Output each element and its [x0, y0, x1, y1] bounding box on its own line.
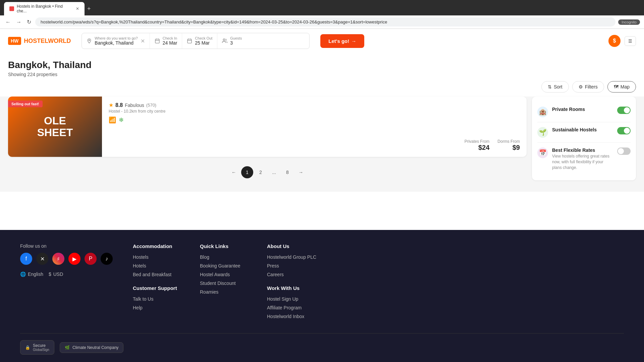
map-button[interactable]: 🗺 Map	[607, 81, 636, 93]
rating-label: Fabulous	[125, 103, 144, 108]
twitter-icon[interactable]: ✕	[36, 253, 48, 265]
browser-tabs: Hostels in Bangkok • Find che... ✕ +	[0, 0, 644, 15]
affiliate-program-link[interactable]: Affiliate Program	[267, 305, 316, 310]
footer-accommodation-col: Accommodation Hostels Hotels Bed and Bre…	[133, 243, 180, 322]
header-right: $ ☰	[608, 35, 636, 47]
dorms-label: Dorms From	[497, 139, 520, 144]
facebook-icon[interactable]: f	[20, 253, 32, 265]
secure-sub: GlobalSign	[33, 348, 49, 352]
instagram-icon[interactable]: ♯	[52, 253, 64, 265]
talk-to-us-link[interactable]: Talk to Us	[133, 296, 180, 302]
checkout-value: 25 Mar	[195, 40, 212, 46]
site-wrapper: HW HOSTELWORLD Where do you want to go? …	[0, 29, 644, 230]
social-icons: f ✕ ♯ ▶ P ♪	[20, 253, 113, 265]
work-with-us-title: Work With Us	[267, 285, 316, 291]
filter-panel: 🏨 Private Rooms 🌱 Sustainable Hostels 📅	[532, 97, 636, 180]
climate-label: Climate Neutral Company	[72, 345, 118, 350]
checkin-section[interactable]: Check In 24 Mar	[150, 33, 182, 49]
roamies-link[interactable]: Roamies	[200, 289, 247, 295]
sustainable-hostels-filter: 🌱 Sustainable Hostels	[537, 122, 631, 143]
menu-button[interactable]: ☰	[625, 36, 636, 46]
guests-value: 3	[230, 40, 242, 46]
prev-page-button[interactable]: ←	[228, 166, 240, 178]
guests-label: Guests	[230, 36, 242, 40]
active-tab[interactable]: Hostels in Bangkok • Find che... ✕	[4, 2, 85, 15]
bb-link[interactable]: Bed and Breakfast	[133, 272, 180, 277]
tiktok-icon[interactable]: ♪	[101, 253, 113, 265]
page-1-button[interactable]: 1	[241, 166, 253, 178]
forward-button[interactable]: →	[15, 18, 23, 26]
lang-currency: 🌐 English $ USD	[20, 272, 113, 277]
sort-button[interactable]: ⇅ Sort	[541, 81, 569, 93]
private-rooms-icon: 🏨	[537, 107, 548, 117]
rating-score: 8.8	[115, 102, 123, 108]
private-rooms-filter: 🏨 Private Rooms	[537, 102, 631, 122]
avatar-button[interactable]: $	[608, 35, 621, 47]
checkout-label: Check Out	[195, 36, 212, 40]
currency-icon: $	[49, 272, 51, 277]
careers-link[interactable]: Careers	[267, 272, 316, 277]
sustainable-title: Sustainable Hostels	[552, 127, 613, 132]
group-plc-link[interactable]: Hostelworld Group PLC	[267, 254, 316, 260]
about-us-title: About Us	[267, 243, 316, 249]
search-bar: Where do you want to go? Bangkok, Thaila…	[82, 33, 310, 49]
svg-point-8	[223, 39, 225, 41]
tab-title: Hostels in Bangkok • Find che...	[17, 4, 73, 13]
youtube-icon[interactable]: ▶	[68, 253, 80, 265]
sort-icon: ⇅	[548, 84, 552, 89]
logo[interactable]: HW HOSTELWORLD	[8, 37, 71, 45]
hostels-link[interactable]: Hostels	[133, 254, 180, 260]
sustainable-text: Sustainable Hostels	[552, 127, 613, 132]
currency-button[interactable]: $ USD	[49, 272, 63, 277]
checkin-calendar-icon	[155, 38, 160, 44]
tab-close-btn[interactable]: ✕	[76, 6, 79, 11]
secure-label: Secure	[33, 343, 49, 348]
new-tab-button[interactable]: +	[85, 4, 94, 14]
address-input[interactable]	[35, 17, 615, 26]
guests-icon	[222, 38, 227, 44]
blog-link[interactable]: Blog	[200, 254, 247, 260]
hostel-pricing: Privates From $24 Dorms From $9	[109, 139, 520, 152]
press-link[interactable]: Press	[267, 263, 316, 268]
map-icon: 🗺	[614, 84, 619, 89]
booking-guarantee-link[interactable]: Booking Guarantee	[200, 263, 247, 268]
next-page-button[interactable]: →	[295, 166, 307, 178]
private-rooms-title: Private Rooms	[552, 107, 613, 112]
currency-label: USD	[53, 272, 63, 277]
hostel-sign-up-link[interactable]: Hostel Sign Up	[267, 296, 316, 302]
pinterest-icon[interactable]: P	[85, 253, 97, 265]
flexible-rates-icon: 📅	[537, 147, 548, 158]
hostelworld-inbox-link[interactable]: Hostelworld Inbox	[267, 314, 316, 319]
sort-bar: ⇅ Sort ⚙ Filters 🗺 Map	[0, 77, 644, 97]
reload-button[interactable]: ↻	[25, 17, 33, 26]
hostel-card[interactable]: OLESHEET Selling out fast! ★ 8.8 Fabulou…	[8, 97, 527, 157]
svg-rect-4	[187, 39, 192, 43]
lets-go-label: Let's go!	[328, 38, 349, 44]
hotels-link[interactable]: Hotels	[133, 263, 180, 268]
hostel-left: ★ 8.8 Fabulous (570) Hostel - 10.2km fro…	[109, 102, 165, 124]
location-section[interactable]: Where do you want to go? Bangkok, Thaila…	[82, 33, 150, 49]
filters-button[interactable]: ⚙ Filters	[572, 81, 604, 93]
page-2-button[interactable]: 2	[255, 166, 267, 178]
language-button[interactable]: 🌐 English	[20, 272, 43, 277]
private-rooms-toggle[interactable]	[617, 107, 631, 114]
lets-go-button[interactable]: Let's go! →	[320, 34, 364, 48]
privates-amount: $24	[465, 144, 490, 152]
location-label: Where do you want to go?	[95, 36, 138, 40]
hostel-img-text: OLESHEET	[37, 115, 73, 138]
guests-section[interactable]: Guests 3	[217, 33, 247, 49]
page-8-button[interactable]: 8	[281, 166, 293, 178]
secure-badge: 🔒 Secure GlobalSign	[20, 340, 54, 355]
sustainable-icon: 🌱	[537, 127, 548, 138]
clear-location-button[interactable]: ✕	[141, 38, 145, 44]
hostel-awards-link[interactable]: Hostel Awards	[200, 272, 247, 277]
help-link[interactable]: Help	[133, 305, 180, 310]
checkout-section[interactable]: Check Out 25 Mar	[182, 33, 217, 49]
listing-area: OLESHEET Selling out fast! ★ 8.8 Fabulou…	[0, 97, 644, 192]
sustainable-toggle[interactable]	[617, 127, 631, 134]
back-button[interactable]: ←	[4, 18, 12, 26]
guests-input-wrap: Guests 3	[230, 36, 242, 46]
header: HW HOSTELWORLD Where do you want to go? …	[0, 29, 644, 53]
student-discount-link[interactable]: Student Discount	[200, 281, 247, 286]
flexible-rates-toggle[interactable]	[617, 147, 631, 155]
